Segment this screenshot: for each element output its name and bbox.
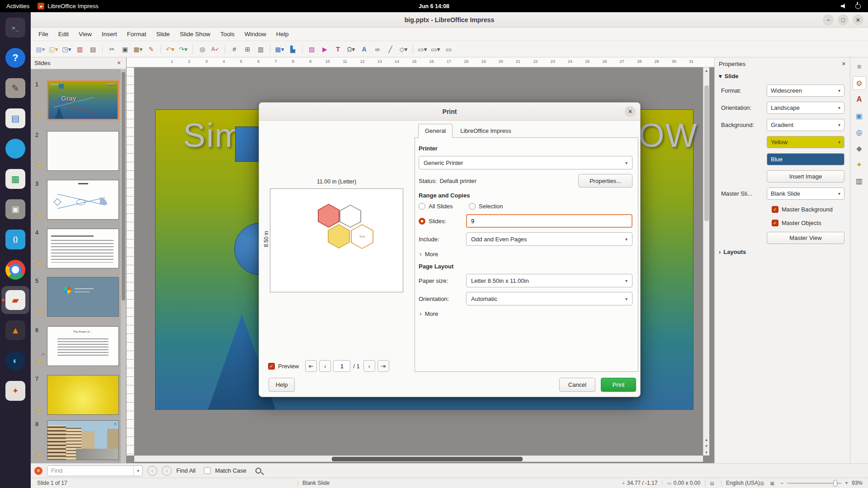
find-input[interactable] xyxy=(47,466,133,476)
next-slide-icon[interactable]: ▼ xyxy=(703,443,709,449)
gradient-color2-dropdown[interactable]: Blue▾ xyxy=(767,153,844,165)
properties-deck-icon[interactable]: ⚙ xyxy=(853,76,866,90)
horizontal-scrollbar[interactable] xyxy=(134,455,703,462)
navigator-deck-icon[interactable]: ◎ xyxy=(853,125,866,139)
tab-libreoffice-impress[interactable]: LibreOffice Impress xyxy=(453,124,518,138)
paper-size-dropdown[interactable]: Letter 8.50in x 11.00in▾ xyxy=(466,274,632,287)
styles-deck-icon[interactable]: A xyxy=(853,93,866,106)
paste-icon[interactable]: ▦▾ xyxy=(132,43,144,55)
include-dropdown[interactable]: Odd and Even Pages▾ xyxy=(466,232,632,246)
terminal-icon[interactable]: >_ xyxy=(1,14,29,42)
maximize-button[interactable]: □ xyxy=(838,14,849,25)
slides-radio[interactable] xyxy=(419,218,425,225)
all-slides-radio[interactable] xyxy=(419,203,425,210)
zoom-slider[interactable] xyxy=(787,483,841,484)
slide-layout-icon[interactable]: ▭▾ xyxy=(429,43,442,55)
slide-thumbnail-8[interactable]: ✳ xyxy=(47,420,119,460)
save-icon[interactable]: ◳▾ xyxy=(61,43,73,55)
language-status[interactable]: English (USA) xyxy=(726,480,760,486)
page-number-input[interactable] xyxy=(333,360,350,372)
sidebar-settings-icon[interactable]: ≡ xyxy=(853,60,866,74)
horizontal-scrollbar-thumb[interactable] xyxy=(332,457,523,461)
master-objects-checkbox[interactable]: ✓ xyxy=(772,220,778,226)
find-close-icon[interactable]: ✕ xyxy=(34,467,42,475)
slide-thumbnail-1[interactable]: Simple Shadow Gray xyxy=(47,80,119,120)
spelling-icon[interactable]: A✓ xyxy=(209,43,222,55)
view-mode-icon[interactable]: ▥ xyxy=(760,481,764,486)
slide-section-header[interactable]: ▾ Slide xyxy=(719,73,846,80)
new-document-icon[interactable]: ▤▾ xyxy=(34,43,47,55)
next-page-button[interactable]: › xyxy=(363,360,375,372)
special-char-icon[interactable]: Ω▾ xyxy=(345,43,357,55)
zoom-in-button[interactable]: + xyxy=(845,480,848,486)
libreoffice-writer-icon[interactable]: ▤ xyxy=(1,104,29,132)
preview-checkbox[interactable]: ✓ xyxy=(268,363,275,370)
find-and-replace-icon[interactable] xyxy=(255,468,261,474)
properties-close-icon[interactable]: ✕ xyxy=(842,61,846,67)
redo-icon[interactable]: ↷▾ xyxy=(177,43,189,55)
zoom-slider-thumb[interactable] xyxy=(833,480,837,487)
gimp-icon[interactable]: ✎ xyxy=(1,74,29,102)
orientation-dropdown[interactable]: Landscape▾ xyxy=(767,102,844,114)
clone-formatting-icon[interactable]: ✎ xyxy=(145,43,157,55)
display-views-icon[interactable]: ▥ xyxy=(255,43,267,55)
fontwork-icon[interactable]: A xyxy=(358,43,370,55)
duplicate-slide-icon[interactable]: ▭ xyxy=(443,43,455,55)
document-modified-icon[interactable]: ▤ xyxy=(710,481,714,486)
print-dialog-close-icon[interactable]: ✕ xyxy=(625,106,636,117)
insert-image-button[interactable]: Insert Image xyxy=(767,170,844,183)
slide-thumbnail-7[interactable] xyxy=(47,375,119,415)
find-history-dropdown-icon[interactable]: ▾ xyxy=(133,465,142,476)
files-icon[interactable]: ▣ xyxy=(1,195,29,223)
slide-thumbnail-3[interactable] xyxy=(47,180,119,220)
open-icon[interactable]: ◱▾ xyxy=(47,43,60,55)
browser-icon[interactable]: ◐ xyxy=(1,347,29,375)
minimize-button[interactable]: − xyxy=(823,14,834,25)
display-grid-icon[interactable]: # xyxy=(228,43,241,55)
slides-range-input[interactable] xyxy=(466,214,632,228)
text-box-icon[interactable]: T xyxy=(332,43,344,55)
scroll-down-icon[interactable]: ▼ xyxy=(703,449,709,455)
master-background-checkbox[interactable]: ✓ xyxy=(772,206,778,213)
menu-file[interactable]: File xyxy=(33,28,53,40)
slide-title-text[interactable]: OW xyxy=(638,116,698,155)
image-icon[interactable]: ▨ xyxy=(306,43,318,55)
table-icon[interactable]: ▦▾ xyxy=(274,43,286,55)
master-slide-dropdown[interactable]: Blank Slide▾ xyxy=(767,188,844,200)
page-orientation-dropdown[interactable]: Automatic▾ xyxy=(466,292,632,305)
help-button[interactable]: Help xyxy=(269,378,295,392)
printer-dropdown[interactable]: Generic Printer▾ xyxy=(419,156,632,169)
gallery-deck-icon[interactable]: ▣ xyxy=(853,109,866,122)
hyperlink-icon[interactable]: ∞ xyxy=(371,43,383,55)
menu-edit[interactable]: Edit xyxy=(53,28,74,40)
export-pdf-icon[interactable]: ▥ xyxy=(74,43,86,55)
menu-window[interactable]: Window xyxy=(240,28,271,40)
chart-icon[interactable]: ▙ xyxy=(287,43,299,55)
tab-general[interactable]: General xyxy=(418,124,453,138)
snap-guides-icon[interactable]: ⊞ xyxy=(241,43,254,55)
slide-thumbnail-6[interactable]: The Power of ... xyxy=(47,326,119,366)
menu-format[interactable]: Format xyxy=(122,28,151,40)
chrome-icon[interactable] xyxy=(1,256,29,284)
menu-tools[interactable]: Tools xyxy=(215,28,240,40)
slide-layout-status[interactable]: Blank Slide xyxy=(302,480,622,486)
print-icon[interactable]: ▤ xyxy=(87,43,99,55)
master-view-button[interactable]: Master View xyxy=(767,232,844,244)
find-all-button[interactable]: Find All xyxy=(176,467,196,474)
first-page-button[interactable]: ⇤ xyxy=(305,360,317,372)
menu-slide[interactable]: Slide xyxy=(151,28,175,40)
slide-thumbnail-4[interactable] xyxy=(47,229,119,268)
zoom-level[interactable]: 93% xyxy=(852,480,863,486)
activities-button[interactable]: Activities xyxy=(6,3,29,9)
gradient-color1-dropdown[interactable]: Yellow▾ xyxy=(767,136,844,148)
vertical-scrollbar-thumb[interactable] xyxy=(704,85,709,221)
power-icon[interactable] xyxy=(855,4,861,9)
libreoffice-impress-icon[interactable]: ▰ xyxy=(1,286,29,314)
print-dialog-titlebar[interactable]: Print xyxy=(259,103,640,121)
current-app-menu[interactable]: ▰ LibreOffice Impress xyxy=(38,3,98,9)
vscode-icon[interactable]: ⟨⟩ xyxy=(1,225,29,253)
previous-page-button[interactable]: ‹ xyxy=(319,360,331,372)
zoom-out-button[interactable]: − xyxy=(780,480,783,486)
clock[interactable]: Jun 6 14:08 xyxy=(419,3,449,9)
vertical-ruler[interactable] xyxy=(127,67,134,455)
